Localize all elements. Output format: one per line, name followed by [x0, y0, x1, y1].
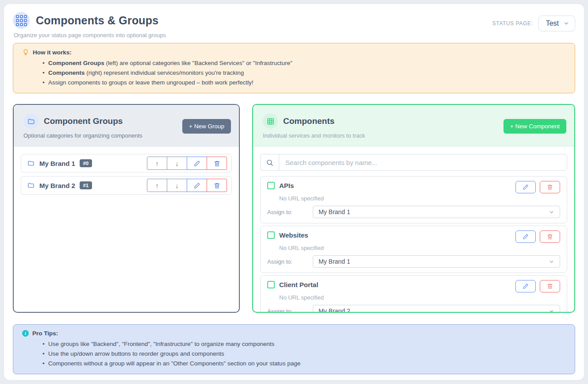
status-page-select[interactable]: Test — [538, 15, 575, 31]
component-name: APIs — [279, 182, 294, 189]
trash-icon — [547, 184, 553, 190]
group-row: My Brand 2 #1 ↑ ↓ — [21, 176, 232, 195]
chevron-down-icon — [549, 209, 554, 215]
pro-tips-list: Use groups like "Backend", "Frontend", "… — [42, 339, 566, 369]
component-search — [260, 154, 567, 171]
move-group-down-button[interactable]: ↓ — [167, 179, 187, 192]
move-group-up-button[interactable]: ↑ — [147, 157, 167, 170]
new-group-button[interactable]: + New Group — [182, 119, 231, 134]
chevron-down-icon — [549, 259, 554, 265]
component-card: Client Portal No URL specified Assign to… — [260, 275, 567, 313]
edit-component-button[interactable] — [515, 181, 536, 193]
status-page-value: Test — [546, 19, 559, 27]
page-title: Components & Groups — [36, 14, 158, 27]
component-name: Client Portal — [279, 281, 318, 288]
assign-group-select[interactable]: My Brand 1 — [313, 255, 560, 268]
how-it-works-title: How it works: — [33, 49, 72, 56]
component-card: Websites No URL specified Assign to: My … — [260, 226, 567, 273]
component-checkbox[interactable] — [267, 182, 275, 189]
status-page-label: STATUS PAGE: — [492, 20, 533, 27]
assigned-group-value: My Brand 2 — [319, 307, 350, 313]
new-component-button[interactable]: + New Component — [503, 119, 566, 134]
trash-icon — [214, 160, 220, 167]
pencil-icon — [523, 234, 529, 240]
component-checkbox[interactable] — [267, 231, 275, 239]
main-card: Components & Groups Organize your status… — [4, 4, 584, 380]
pro-tip-item: Use the up/down arrow buttons to reorder… — [42, 349, 566, 359]
component-groups-panel: Component Groups Optional categories for… — [13, 104, 240, 313]
component-url-note: No URL specified — [279, 245, 560, 251]
delete-group-button[interactable] — [207, 157, 227, 170]
chevron-down-icon — [549, 308, 554, 313]
edit-group-button[interactable] — [187, 157, 207, 170]
table-grid-icon — [263, 114, 278, 129]
pro-tips-box: i Pro Tips: Use groups like "Backend", "… — [13, 324, 575, 374]
pro-tip-item: Use groups like "Backend", "Frontend", "… — [42, 339, 566, 349]
group-order-badge: #0 — [80, 159, 92, 167]
folder-icon — [27, 160, 35, 167]
pencil-icon — [194, 160, 200, 167]
component-checkbox[interactable] — [267, 281, 275, 288]
trash-icon — [547, 234, 553, 240]
assign-group-select[interactable]: My Brand 1 — [313, 206, 560, 218]
assign-to-label: Assign to: — [267, 308, 313, 313]
delete-component-button[interactable] — [540, 230, 560, 243]
components-panel: Components Individual services and monit… — [252, 104, 575, 313]
how-it-works-item: Components (right) represent individual … — [42, 68, 566, 78]
pro-tips-title: Pro Tips: — [32, 330, 58, 337]
delete-component-button[interactable] — [540, 280, 560, 292]
pro-tip-item: Components without a group will appear i… — [42, 359, 566, 369]
groups-panel-title: Component Groups — [44, 116, 123, 126]
search-icon — [260, 154, 279, 171]
component-card: APIs No URL specified Assign to: My Bran… — [260, 176, 567, 223]
trash-icon — [547, 283, 553, 289]
pencil-icon — [194, 182, 200, 189]
edit-component-button[interactable] — [515, 280, 536, 292]
pencil-icon — [523, 283, 529, 289]
how-it-works-box: How it works: Component Groups (left) ar… — [13, 43, 575, 93]
component-url-note: No URL specified — [279, 294, 560, 301]
assign-to-label: Assign to: — [267, 258, 313, 265]
pencil-icon — [523, 184, 529, 190]
page-header: Components & Groups Organize your status… — [13, 12, 575, 38]
folder-icon — [27, 182, 35, 189]
assign-group-select[interactable]: My Brand 2 — [313, 305, 560, 313]
move-group-down-button[interactable]: ↓ — [167, 157, 187, 170]
edit-component-button[interactable] — [515, 230, 536, 243]
delete-component-button[interactable] — [540, 181, 560, 193]
group-name: My Brand 1 — [39, 160, 75, 167]
search-input[interactable] — [279, 154, 567, 171]
info-icon: i — [22, 330, 29, 337]
group-row: My Brand 1 #0 ↑ ↓ — [21, 154, 232, 173]
assign-to-label: Assign to: — [267, 209, 313, 215]
move-group-up-button[interactable]: ↑ — [147, 179, 167, 192]
group-name: My Brand 2 — [39, 182, 75, 189]
how-it-works-list: Component Groups (left) are optional cat… — [42, 58, 566, 88]
edit-group-button[interactable] — [187, 179, 207, 192]
assigned-group-value: My Brand 1 — [319, 258, 350, 265]
component-url-note: No URL specified — [279, 195, 560, 202]
groups-panel-subtitle: Optional categories for organizing compo… — [23, 132, 142, 139]
folder-icon — [23, 114, 38, 129]
lightbulb-icon — [22, 49, 29, 56]
how-it-works-item: Assign components to groups or leave the… — [42, 78, 566, 88]
components-panel-title: Components — [283, 116, 334, 126]
trash-icon — [214, 182, 220, 189]
components-panel-subtitle: Individual services and monitors to trac… — [263, 132, 365, 139]
components-groups-icon — [13, 12, 30, 29]
page-subtitle: Organize your status page components int… — [14, 32, 166, 38]
component-name: Websites — [279, 231, 308, 239]
delete-group-button[interactable] — [207, 179, 227, 192]
group-order-badge: #1 — [80, 181, 92, 189]
chevron-down-icon — [563, 20, 569, 27]
assigned-group-value: My Brand 1 — [319, 208, 350, 215]
how-it-works-item: Component Groups (left) are optional cat… — [42, 58, 566, 68]
